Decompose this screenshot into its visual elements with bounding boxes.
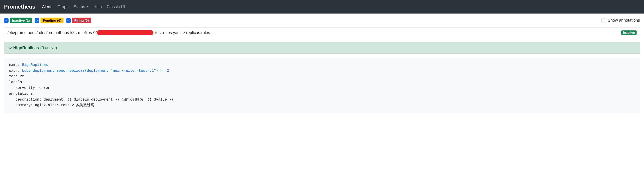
nav-status-label: Status <box>74 5 85 9</box>
filters-row: Inactive (1) Pending (0) Firing (0) Show… <box>4 18 640 23</box>
checkbox-show-annotations[interactable] <box>602 18 606 23</box>
rule-file-suffix: -test-rules.yaml > replicas.rules <box>154 31 210 35</box>
check-icon <box>5 19 8 22</box>
rule-file-status-badge: inactive <box>621 31 636 35</box>
nav-graph[interactable]: Graph <box>58 5 69 9</box>
content: Inactive (1) Pending (0) Firing (0) Show… <box>0 14 644 117</box>
rule-file-header[interactable]: /etc/prometheus/rules/prometheus-k8s-rul… <box>4 27 640 38</box>
rule-annotations-line: annotations: <box>9 92 35 96</box>
rule-labels-line: labels: <box>9 80 24 84</box>
brand[interactable]: Prometheus <box>4 4 35 10</box>
navbar: Prometheus Alerts Graph Status Help Clas… <box>0 0 644 14</box>
nav-classic-ui[interactable]: Classic UI <box>107 5 125 9</box>
filter-firing: Firing (0) <box>66 18 91 23</box>
rule-file-prefix: /etc/prometheus/rules/prometheus-k8s-rul… <box>8 31 96 35</box>
rule-annotations-description: description: deplyment: {{ $labels.deplo… <box>9 98 174 102</box>
rule-name: HignReplicas <box>13 46 39 50</box>
rule-group-header[interactable]: HignReplicas (0 active) <box>4 42 640 54</box>
rule-labels-severity: serverity: error <box>9 86 50 90</box>
chevron-down-icon <box>8 46 12 50</box>
rule-name-link[interactable]: HignReplicas <box>22 63 48 67</box>
rule-active-count: (0 active) <box>40 46 57 50</box>
rule-file-path: /etc/prometheus/rules/prometheus-k8s-rul… <box>8 30 210 35</box>
checkbox-pending[interactable] <box>35 18 39 23</box>
badge-inactive[interactable]: Inactive (1) <box>10 18 32 23</box>
nav-status[interactable]: Status <box>74 5 88 9</box>
caret-down-icon <box>87 6 88 8</box>
badge-pending[interactable]: Pending (0) <box>40 18 64 23</box>
rule-annotations-summary: summary: nginx-alter-test-v1实例数过高 <box>9 103 94 107</box>
rule-for-line: for: 2m <box>9 74 24 78</box>
redaction-mark <box>97 30 153 35</box>
filter-inactive: Inactive (1) <box>4 18 32 23</box>
nav-help[interactable]: Help <box>94 5 102 9</box>
nav-alerts[interactable]: Alerts <box>42 5 52 9</box>
badge-firing[interactable]: Firing (0) <box>72 18 91 23</box>
checkbox-inactive[interactable] <box>4 18 8 23</box>
check-icon <box>67 19 70 22</box>
rule-details: name: HignReplicas expr: kube_deployment… <box>4 58 640 113</box>
rule-expr-link[interactable]: kube_deployment_spec_replicas{deployment… <box>22 69 169 73</box>
rule-expr-label: expr: <box>9 69 22 73</box>
filter-pending: Pending (0) <box>35 18 64 23</box>
rule-name-label: name: <box>9 63 22 67</box>
show-annotations-label: Show annotations <box>608 18 640 23</box>
checkbox-firing[interactable] <box>66 18 71 23</box>
show-annotations: Show annotations <box>602 18 640 23</box>
check-icon <box>35 19 38 22</box>
